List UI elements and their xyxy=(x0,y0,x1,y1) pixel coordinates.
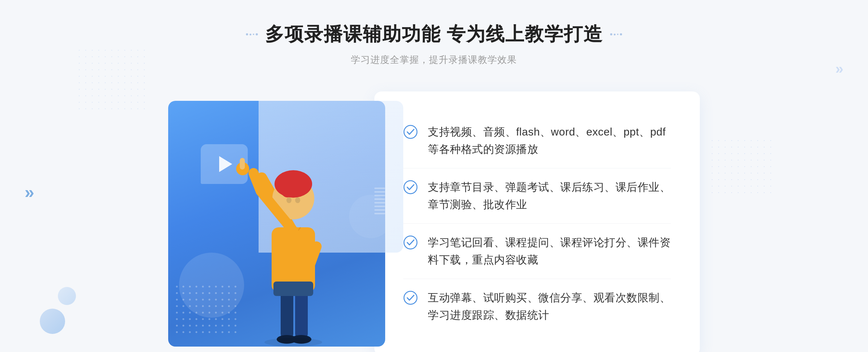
title-row: 多项录播课辅助功能 专为线上教学打造 xyxy=(246,22,622,47)
chevron-left-icon: » xyxy=(25,184,34,201)
illustration-card xyxy=(168,101,385,347)
check-icon-1 xyxy=(403,125,418,139)
svg-rect-0 xyxy=(281,289,293,339)
title-decorator-left xyxy=(246,33,258,35)
content-area: 支持视频、音频、flash、word、excel、ppt、pdf等各种格式的资源… xyxy=(145,91,723,352)
svg-point-19 xyxy=(404,181,417,194)
check-icon-2 xyxy=(403,180,418,194)
main-title: 多项录播课辅助功能 专为线上教学打造 xyxy=(265,22,603,47)
deco-circle-page-1 xyxy=(40,309,65,334)
svg-point-13 xyxy=(295,197,300,203)
svg-rect-17 xyxy=(175,285,241,336)
page-wrapper: » » 多项录播课辅助功能 专为线上教学打造 学习进度全掌握，提升录播课教学效果 xyxy=(0,0,868,352)
feature-item-1: 支持视频、音频、flash、word、excel、ppt、pdf等各种格式的资源… xyxy=(403,113,671,168)
svg-point-21 xyxy=(404,291,417,304)
svg-point-18 xyxy=(404,125,417,138)
feature-item-3: 学习笔记回看、课程提问、课程评论打分、课件资料下载，重点内容收藏 xyxy=(403,224,671,279)
svg-point-12 xyxy=(286,197,292,203)
subtitle: 学习进度全掌握，提升录播课教学效果 xyxy=(246,53,622,66)
svg-point-15 xyxy=(264,338,322,347)
feature-item-2: 支持章节目录、弹题考试、课后练习、课后作业、章节测验、批改作业 xyxy=(403,168,671,224)
stripe-decoration xyxy=(374,188,385,260)
feature-item-4: 互动弹幕、试听购买、微信分享、观看次数限制、学习进度跟踪、数据统计 xyxy=(403,279,671,334)
feature-text-1: 支持视频、音频、flash、word、excel、ppt、pdf等各种格式的资源… xyxy=(428,123,671,158)
check-icon-4 xyxy=(403,291,418,305)
feature-text-3: 学习笔记回看、课程提问、课程评论打分、课件资料下载，重点内容收藏 xyxy=(428,234,671,269)
svg-point-20 xyxy=(404,236,417,249)
check-icon-3 xyxy=(403,235,418,250)
svg-rect-7 xyxy=(240,158,245,169)
figure-illustration xyxy=(225,144,355,347)
svg-rect-14 xyxy=(273,282,313,296)
feature-text-2: 支持章节目录、弹题考试、课后练习、课后作业、章节测验、批改作业 xyxy=(428,179,671,213)
title-decorator-right xyxy=(610,33,622,35)
deco-circle-page-2 xyxy=(58,287,76,305)
feature-text-4: 互动弹幕、试听购买、微信分享、观看次数限制、学习进度跟踪、数据统计 xyxy=(428,289,671,324)
info-card: 支持视频、音频、flash、word、excel、ppt、pdf等各种格式的资源… xyxy=(374,91,700,352)
dot-pattern-top-left xyxy=(76,47,148,112)
svg-rect-1 xyxy=(295,289,308,339)
header-section: 多项录播课辅助功能 专为线上教学打造 学习进度全掌握，提升录播课教学效果 xyxy=(246,22,622,66)
chevron-right-icon: » xyxy=(835,61,843,76)
card-dot-grid xyxy=(175,285,241,336)
